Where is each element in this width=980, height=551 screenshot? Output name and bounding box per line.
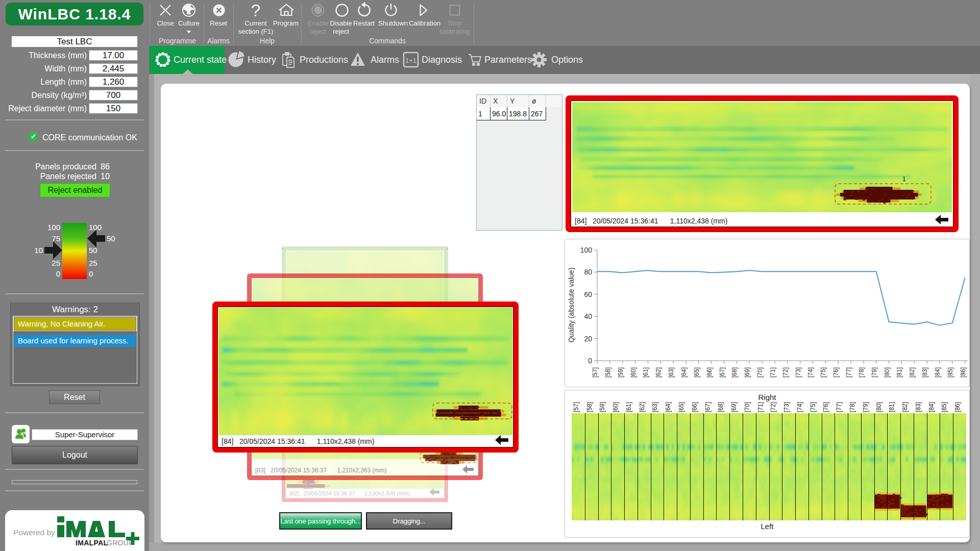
svg-text:100: 100 xyxy=(580,246,593,254)
svg-text:[78]: [78] xyxy=(858,367,865,378)
svg-text:[60]: [60] xyxy=(630,367,637,378)
svg-text:[67]: [67] xyxy=(704,402,712,412)
svg-text:[64]: [64] xyxy=(665,402,672,412)
svg-text:[72]: [72] xyxy=(782,367,789,378)
svg-text:[84]: [84] xyxy=(934,367,941,378)
svg-text:[68]: [68] xyxy=(731,367,738,378)
svg-text:[69]: [69] xyxy=(730,402,738,412)
svg-text:[85]: [85] xyxy=(947,367,954,378)
svg-text:[80]: [80] xyxy=(875,402,883,412)
svg-text:[77]: [77] xyxy=(845,367,852,378)
svg-text:[83]: [83] xyxy=(915,402,922,412)
svg-text:[86]: [86] xyxy=(960,367,967,378)
svg-text:?: ? xyxy=(251,1,260,20)
svg-text:[61]: [61] xyxy=(625,402,632,412)
svg-text:[73]: [73] xyxy=(783,402,790,412)
svg-text:[73]: [73] xyxy=(795,367,802,378)
svg-text:[71]: [71] xyxy=(769,367,776,378)
svg-text:[77]: [77] xyxy=(836,402,843,412)
svg-text:[74]: [74] xyxy=(796,402,803,412)
svg-text:1+1: 1+1 xyxy=(405,57,416,64)
svg-text:[69]: [69] xyxy=(744,367,751,378)
svg-text:40: 40 xyxy=(584,312,592,320)
svg-text:[66]: [66] xyxy=(691,402,698,412)
svg-text:60: 60 xyxy=(584,290,592,298)
svg-text:20: 20 xyxy=(584,335,592,343)
svg-text:[59]: [59] xyxy=(599,402,606,412)
svg-text:0: 0 xyxy=(588,357,592,365)
svg-text:[85]: [85] xyxy=(941,402,948,412)
svg-text:[79]: [79] xyxy=(862,402,869,412)
svg-text:[76]: [76] xyxy=(832,367,840,378)
svg-text:[58]: [58] xyxy=(586,402,593,412)
svg-text:[76]: [76] xyxy=(822,402,829,412)
svg-text:80: 80 xyxy=(584,268,592,276)
svg-text:[66]: [66] xyxy=(706,367,713,378)
svg-text:[64]: [64] xyxy=(680,367,688,378)
svg-text:[59]: [59] xyxy=(617,367,624,378)
svg-text:[74]: [74] xyxy=(807,367,814,378)
svg-text:[70]: [70] xyxy=(756,367,764,378)
svg-text:[67]: [67] xyxy=(719,367,726,378)
svg-text:[83]: [83] xyxy=(921,367,928,378)
svg-text:[65]: [65] xyxy=(693,367,700,378)
svg-text:[84]: [84] xyxy=(928,402,935,412)
svg-text:[81]: [81] xyxy=(896,367,903,378)
svg-text:[60]: [60] xyxy=(612,402,619,412)
svg-text:[68]: [68] xyxy=(717,402,724,412)
svg-text:[63]: [63] xyxy=(668,367,675,378)
svg-text:[82]: [82] xyxy=(901,402,909,412)
svg-text:Quality (absolute value): Quality (absolute value) xyxy=(567,267,575,342)
svg-text:[57]: [57] xyxy=(573,402,580,412)
svg-text:[58]: [58] xyxy=(604,367,611,378)
svg-text:[75]: [75] xyxy=(820,367,827,378)
svg-text:[61]: [61] xyxy=(642,367,649,378)
svg-text:[70]: [70] xyxy=(744,402,751,412)
svg-text:[72]: [72] xyxy=(770,402,777,412)
svg-text:[79]: [79] xyxy=(871,367,878,378)
svg-text:[63]: [63] xyxy=(651,402,658,412)
svg-text:[65]: [65] xyxy=(678,402,685,412)
svg-text:[57]: [57] xyxy=(592,367,599,378)
svg-text:IMALPAL: IMALPAL xyxy=(76,539,108,547)
svg-text:[82]: [82] xyxy=(909,367,916,378)
svg-text:[71]: [71] xyxy=(757,402,764,412)
svg-text:[75]: [75] xyxy=(810,402,817,412)
svg-text:[78]: [78] xyxy=(849,402,856,412)
svg-text:[62]: [62] xyxy=(655,367,662,378)
svg-text:[81]: [81] xyxy=(888,402,895,412)
svg-text:[80]: [80] xyxy=(884,367,891,378)
svg-text:[62]: [62] xyxy=(639,402,646,412)
svg-text:[86]: [86] xyxy=(954,402,961,412)
